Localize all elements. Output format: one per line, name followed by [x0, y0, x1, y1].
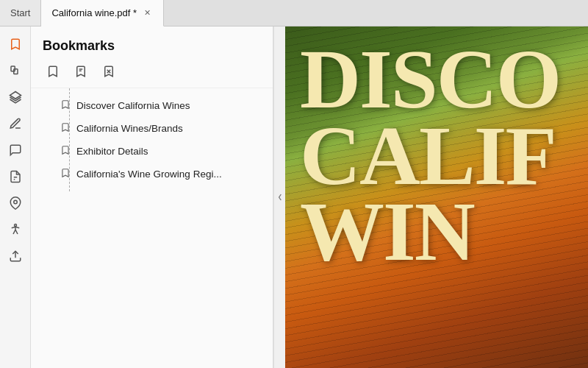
tab-start[interactable]: Start: [0, 0, 41, 26]
edit-bookmark-button[interactable]: [71, 61, 91, 82]
collapse-panel-handle[interactable]: [273, 26, 285, 368]
svg-point-6: [14, 224, 16, 227]
bookmark-item-text-0: Discover California Wines: [76, 100, 190, 111]
bookmarks-header: Bookmarks: [31, 26, 273, 88]
bookmark-list-container: Discover California Wines California Win…: [31, 88, 273, 191]
bookmark-actions: [43, 61, 261, 82]
sidebar-export-icon[interactable]: [4, 244, 27, 268]
sidebar-pages-icon[interactable]: [4, 59, 27, 82]
sidebar-accessibility-icon[interactable]: [4, 218, 27, 241]
main-area: Bookmarks: [0, 26, 588, 368]
bookmark-item-icon-2: [60, 145, 71, 158]
bookmark-item-icon-0: [60, 99, 71, 112]
pdf-viewer: DISCO CALIF WIN: [285, 26, 588, 368]
bookmark-item-text-3: California's Wine Growing Regi...: [76, 169, 222, 180]
tab-california-wine-label: California wine.pdf *: [51, 7, 137, 18]
bookmark-item-text-2: Exhibitor Details: [76, 146, 148, 157]
bookmark-item-text-1: California Wines/Brands: [76, 123, 183, 134]
bookmark-item-2[interactable]: Exhibitor Details: [31, 140, 273, 163]
sidebar-location-icon[interactable]: [4, 191, 27, 215]
svg-point-5: [13, 200, 17, 204]
bookmarks-title: Bookmarks: [43, 38, 261, 54]
tab-california-wine[interactable]: California wine.pdf * ✕: [41, 0, 164, 26]
bookmarks-panel: Bookmarks: [31, 26, 273, 368]
tab-bar: Start California wine.pdf * ✕: [0, 0, 588, 26]
sidebar-edit-icon[interactable]: [4, 112, 27, 135]
bookmark-list: Discover California Wines California Win…: [31, 88, 273, 191]
icon-sidebar: [0, 26, 31, 368]
tab-start-label: Start: [10, 7, 30, 18]
bookmark-item-icon-1: [60, 122, 71, 135]
pdf-big-text-line2: CALIF: [300, 118, 581, 194]
sidebar-layers-icon[interactable]: [4, 85, 27, 109]
sidebar-document-icon[interactable]: [4, 165, 27, 188]
bookmark-item-1[interactable]: California Wines/Brands: [31, 117, 273, 140]
bookmark-item-3[interactable]: California's Wine Growing Regi...: [31, 163, 273, 185]
tab-close-button[interactable]: ✕: [141, 7, 153, 19]
pdf-big-text-line1: DISCO: [300, 41, 581, 118]
bookmark-item-icon-3: [60, 168, 71, 180]
pdf-content: DISCO CALIF WIN: [285, 26, 588, 368]
pdf-text-overlay: DISCO CALIF WIN: [285, 26, 588, 277]
sidebar-bookmark-icon[interactable]: [4, 32, 27, 56]
delete-bookmark-button[interactable]: [98, 61, 119, 82]
pdf-big-text-line3: WIN: [300, 194, 581, 270]
add-bookmark-button[interactable]: [43, 61, 63, 82]
sidebar-comment-icon[interactable]: [4, 138, 27, 162]
bookmark-item-0[interactable]: Discover California Wines: [31, 94, 273, 117]
